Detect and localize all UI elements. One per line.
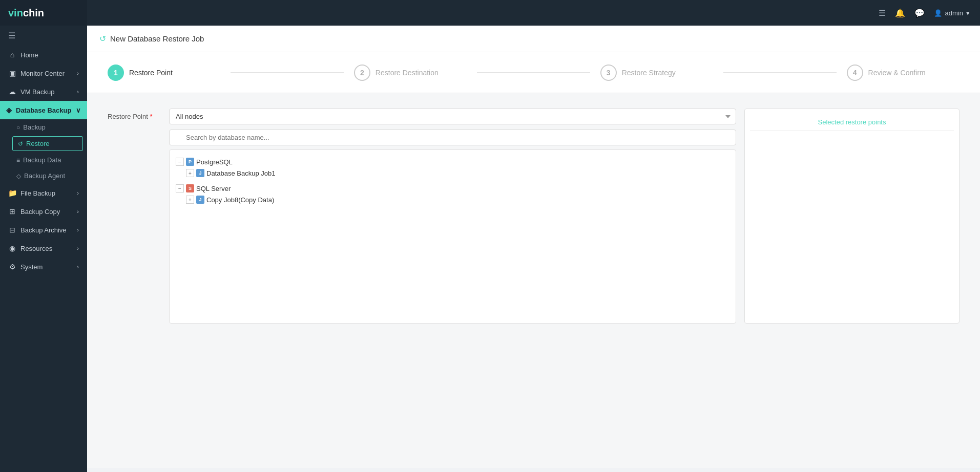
monitor-icon: ▣ [8, 69, 16, 77]
tree-row-db-backup-job1[interactable]: + J Database Backup Job1 [184, 167, 732, 179]
tree-label-job1: Database Backup Job1 [206, 169, 275, 177]
user-name: admin [945, 9, 963, 17]
sidebar-item-database-backup[interactable]: ◈ Database Backup ∨ [0, 101, 87, 119]
sidebar: vinchin ☰ ⌂ Home ▣ Monitor Center › ☁ VM… [0, 0, 87, 472]
logo-text: vinchin [8, 7, 44, 19]
tree-row-copy-job8[interactable]: + J Copy Job8(Copy Data) [184, 194, 732, 205]
user-menu[interactable]: 👤 admin ▾ [934, 9, 970, 17]
sidebar-toggle[interactable]: ☰ [0, 26, 87, 46]
topbar: ☰ 🔔 💬 👤 admin ▾ [87, 0, 980, 26]
home-icon: ⌂ [8, 51, 16, 59]
sidebar-item-label: System [20, 263, 43, 271]
sidebar-sub-item-backup-data[interactable]: ≡ Backup Data [0, 152, 87, 168]
tree-row-postgresql[interactable]: − P PostgreSQL [174, 156, 732, 167]
chevron-right-icon: › [77, 264, 79, 270]
chevron-right-icon: › [77, 190, 79, 196]
tree-label-copy-job8: Copy Job8(Copy Data) [206, 196, 274, 204]
main-content: ☰ 🔔 💬 👤 admin ▾ ↺ New Database Restore J… [87, 0, 980, 472]
tree-node-postgresql: − P PostgreSQL + J Database Backup Job1 [174, 154, 732, 181]
step-2-circle: 2 [354, 65, 370, 81]
restore-point-label: Restore Point * [108, 109, 169, 120]
sidebar-item-label: Monitor Center [20, 70, 65, 77]
dropdown-row: All nodes Node 1 Node 2 [169, 109, 736, 124]
postgresql-icon: P [186, 158, 194, 166]
steps-bar: 1 Restore Point 2 Restore Destination 3 … [87, 52, 980, 93]
form-controls: All nodes Node 1 Node 2 🔍 [169, 109, 960, 324]
step-divider-3 [723, 72, 836, 73]
copy-icon: ⊞ [8, 207, 16, 216]
notifications-icon[interactable]: 🔔 [895, 8, 905, 18]
chevron-right-icon: › [77, 227, 79, 233]
page-header: ↺ New Database Restore Job [87, 26, 980, 52]
restore-job-icon: ↺ [99, 34, 106, 44]
tree-node-sql-server: − S SQL Server + J Copy Job8(Copy Data) [174, 181, 732, 207]
sql-server-icon: S [186, 184, 194, 192]
sidebar-item-vm-backup[interactable]: ☁ VM Backup › [0, 82, 87, 101]
tree-label-postgresql: PostgreSQL [196, 158, 233, 166]
step-3-circle: 3 [600, 65, 617, 81]
vm-icon: ☁ [8, 88, 16, 96]
sidebar-sub-item-backup[interactable]: ○ Backup [0, 119, 87, 135]
chevron-down-icon: ∨ [76, 106, 81, 114]
sidebar-item-label: Database Backup [16, 106, 71, 114]
sidebar-item-backup-copy[interactable]: ⊞ Backup Copy › [0, 202, 87, 221]
step-1-circle: 1 [108, 65, 124, 81]
step-3-label: Restore Strategy [622, 69, 676, 77]
sidebar-item-label: Resources [20, 245, 52, 252]
copy-job8-icon: J [196, 196, 204, 204]
bullet-icon: ↺ [18, 140, 23, 147]
step-1: 1 Restore Point [108, 65, 220, 81]
sidebar-item-system[interactable]: ⚙ System › [0, 258, 87, 276]
step-divider-2 [477, 72, 590, 73]
bullet-icon: ≡ [16, 157, 20, 164]
step-4-circle: 4 [847, 65, 863, 81]
sidebar-item-home[interactable]: ⌂ Home [0, 46, 87, 64]
sidebar-item-file-backup[interactable]: 📁 File Backup › [0, 184, 87, 202]
sidebar-item-label: VM Backup [20, 88, 54, 96]
tree-toggle-postgresql[interactable]: − [176, 158, 184, 166]
form-area: Restore Point * All nodes Node 1 Node 2 [87, 93, 980, 468]
selected-panel-title: Selected restore points [750, 114, 954, 131]
archive-icon: ⊟ [8, 226, 16, 234]
tree-toggle-copy-job8[interactable]: + [186, 196, 194, 204]
database-icon: ◈ [6, 106, 12, 114]
step-3: 3 Restore Strategy [600, 65, 713, 81]
search-wrapper: 🔍 [169, 130, 736, 147]
sidebar-item-label: Backup Copy [20, 208, 60, 216]
tree-label-sql-server: SQL Server [196, 185, 231, 192]
tree-children-postgresql: + J Database Backup Job1 [174, 167, 732, 179]
system-icon: ⚙ [8, 263, 16, 271]
tree-toggle-sql-server[interactable]: − [176, 184, 184, 192]
search-input[interactable] [169, 130, 736, 145]
step-divider-1 [231, 72, 343, 73]
sidebar-sub-label: Backup Agent [24, 172, 65, 180]
step-2: 2 Restore Destination [354, 65, 467, 81]
resources-icon: ◉ [8, 244, 16, 252]
page-content: ↺ New Database Restore Job 1 Restore Poi… [87, 26, 980, 472]
nodes-dropdown[interactable]: All nodes Node 1 Node 2 [169, 109, 736, 124]
chevron-right-icon: › [77, 89, 79, 95]
step-4: 4 Review & Confirm [847, 65, 960, 81]
tree-toggle-job1[interactable]: + [186, 169, 194, 177]
messages-icon[interactable]: ☰ [879, 8, 886, 18]
tree-container: − P PostgreSQL + J Database Backup Job1 [169, 149, 736, 324]
hamburger-icon: ☰ [8, 31, 15, 40]
right-panel: Selected restore points [744, 109, 960, 324]
bullet-icon: ◇ [16, 173, 21, 180]
sidebar-item-label: Backup Archive [20, 226, 67, 234]
user-avatar-icon: 👤 [934, 9, 942, 17]
sidebar-sub-item-backup-agent[interactable]: ◇ Backup Agent [0, 168, 87, 184]
chat-icon[interactable]: 💬 [914, 8, 925, 18]
step-4-label: Review & Confirm [868, 69, 926, 77]
bullet-icon: ○ [16, 124, 20, 131]
sidebar-item-resources[interactable]: ◉ Resources › [0, 239, 87, 258]
page-title: New Database Restore Job [110, 34, 204, 43]
sidebar-sub-label: Restore [26, 140, 50, 147]
topbar-icons: ☰ 🔔 💬 👤 admin ▾ [879, 8, 970, 18]
chevron-right-icon: › [77, 70, 79, 76]
app-logo: vinchin [0, 0, 87, 26]
sidebar-item-backup-archive[interactable]: ⊟ Backup Archive › [0, 221, 87, 239]
tree-row-sql-server[interactable]: − S SQL Server [174, 183, 732, 194]
sidebar-item-monitor-center[interactable]: ▣ Monitor Center › [0, 64, 87, 82]
sidebar-sub-item-restore[interactable]: ↺ Restore [12, 136, 83, 151]
